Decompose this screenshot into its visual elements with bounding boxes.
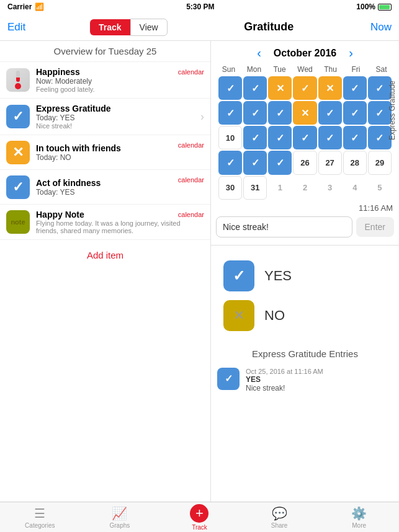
list-item[interactable]: Happiness Now: Moderately Feeling good l… [0, 62, 210, 99]
tracker-note: Flying home today. It was a long journey… [36, 219, 204, 234]
list-item[interactable]: note Happy Note Flying home today. It wa… [0, 205, 210, 240]
right-panel: ‹ October 2016 › Sun Mon Tue Wed Thu Fri… [211, 41, 399, 502]
tracker-sub: Now: Moderately [36, 77, 204, 86]
tracker-sub: Today: YES [36, 188, 204, 197]
note-input-row: Enter [211, 216, 399, 242]
now-button[interactable]: Now [370, 21, 392, 33]
calendar-cell[interactable]: 29 [368, 151, 392, 174]
calendar-cell[interactable]: 27 [318, 151, 342, 174]
note-input[interactable] [216, 216, 352, 237]
day-sat: Sat [369, 65, 394, 74]
express-gratitude-label: Express Gratitude [385, 78, 399, 143]
nav-bar: Edit Track View Gratitude Now [0, 14, 399, 41]
calendar-cell[interactable]: 30 [218, 176, 242, 200]
calendar-cell[interactable]: ✕ [268, 76, 292, 100]
tab-graphs-label: Graphs [109, 522, 130, 529]
calendar-cell[interactable]: ✓ [268, 126, 292, 149]
calendar-cell[interactable]: ✓ [268, 101, 292, 125]
calendar-cell[interactable]: ✓ [293, 126, 316, 149]
calendar-cell[interactable]: 26 [293, 151, 316, 174]
tab-graphs[interactable]: 📈 Graphs [80, 506, 160, 529]
day-fri: Fri [343, 65, 369, 74]
calendar-cell[interactable]: ✕ [293, 101, 316, 125]
calendar-cell[interactable]: ✓ [318, 101, 342, 125]
calendar-cell[interactable]: ✓ [318, 126, 342, 149]
yes-no-section: ✓ YES ✕ NO [211, 248, 399, 344]
entry-date: Oct 25, 2016 at 11:16 AM [246, 368, 323, 375]
calendar-cell[interactable]: ✓ [218, 151, 242, 174]
yes-icon[interactable]: ✓ [223, 260, 254, 291]
more-gear-icon: ⚙️ [351, 506, 367, 521]
entry-item: ✓ Oct 25, 2016 at 11:16 AM YES Nice stre… [217, 364, 393, 396]
calendar-cell[interactable]: 31 [243, 176, 267, 200]
calendar-label: calendar [178, 176, 204, 184]
tab-categories[interactable]: ☰ Categories [0, 506, 80, 529]
calendar-cell[interactable]: 2 [293, 176, 316, 200]
tracker-sub: Today: NO [36, 153, 204, 162]
calendar-label: calendar [178, 68, 204, 76]
day-sun: Sun [216, 65, 241, 74]
entry-icon: ✓ [217, 368, 240, 390]
in-touch-icon: ✕ [6, 141, 30, 164]
calendar-cell[interactable]: ✕ [318, 76, 342, 100]
tab-share[interactable]: 💬 Share [240, 506, 320, 529]
day-mon: Mon [241, 65, 267, 74]
entry-value: YES [246, 375, 323, 384]
graphs-icon: 📈 [112, 506, 127, 521]
entries-title: Express Gratitude Entries [217, 344, 393, 364]
calendar-cell[interactable]: 1 [268, 176, 292, 200]
calendar-cell[interactable]: ✓ [243, 126, 267, 149]
carrier-label: Carrier [7, 2, 32, 11]
calendar-prev-button[interactable]: ‹ [257, 46, 261, 60]
calendar-cell[interactable]: ✓ [268, 151, 292, 174]
calendar-cell[interactable]: ✓ [343, 126, 367, 149]
tab-bar: ☰ Categories 📈 Graphs + Track 💬 Share ⚙️… [0, 502, 399, 532]
calendar-cell[interactable]: ✓ [243, 151, 267, 174]
calendar-cell[interactable]: ✓ [293, 76, 316, 100]
tab-more[interactable]: ⚙️ More [319, 506, 399, 529]
track-plus-icon: + [190, 504, 208, 523]
divider [211, 245, 399, 246]
wifi-icon: 📶 [35, 2, 44, 11]
yes-row: ✓ YES [223, 260, 387, 291]
status-left: Carrier 📶 [7, 2, 44, 11]
list-item[interactable]: ✓ Act of kindness Today: YES calendar [0, 170, 210, 205]
track-button[interactable]: Track [90, 19, 130, 35]
main-content: Overview for Tuesday 25 Happiness Now: M… [0, 41, 399, 502]
add-item-button[interactable]: Add item [0, 240, 210, 270]
calendar-cell[interactable]: ✓ [243, 76, 267, 100]
calendar-label: calendar [178, 211, 204, 218]
tracker-note: Nice streak! [36, 122, 204, 130]
calendar-cell[interactable]: ✓ [343, 101, 367, 125]
categories-icon: ☰ [34, 506, 45, 521]
tab-track-label: Track [192, 524, 207, 531]
calendar-label: calendar [178, 141, 204, 149]
enter-button[interactable]: Enter [356, 217, 394, 237]
page-title: Gratitude [244, 20, 294, 33]
entries-section: Express Gratitude Entries ✓ Oct 25, 2016… [211, 344, 399, 402]
track-view-toggle: Track View [90, 19, 168, 36]
list-item[interactable]: ✕ In touch with friends Today: NO calend… [0, 135, 210, 170]
calendar-cell[interactable]: 28 [343, 151, 367, 174]
calendar-cell[interactable]: ✓ [243, 101, 267, 125]
tracker-name: Express Gratitude [36, 104, 204, 113]
calendar-next-button[interactable]: › [349, 46, 353, 60]
calendar-cell[interactable]: ✓ [218, 76, 242, 100]
entry-note: Nice streak! [246, 384, 323, 392]
edit-button[interactable]: Edit [7, 21, 25, 33]
calendar-cell[interactable]: 10 [218, 126, 242, 149]
tab-track[interactable]: + Track [159, 504, 240, 531]
calendar-cell[interactable]: 5 [368, 176, 392, 200]
calendar-cell[interactable]: 4 [343, 176, 367, 200]
calendar-cell[interactable]: ✓ [343, 76, 367, 100]
tracker-note: Feeling good lately. [36, 86, 204, 93]
list-item[interactable]: ✓ Express Gratitude Today: YES Nice stre… [0, 99, 210, 135]
entry-info: Oct 25, 2016 at 11:16 AM YES Nice streak… [246, 368, 323, 392]
happy-note-icon: note [6, 210, 30, 234]
view-button[interactable]: View [130, 19, 168, 36]
calendar-cell[interactable]: 3 [318, 176, 342, 200]
tab-share-label: Share [271, 522, 288, 529]
share-icon: 💬 [272, 506, 287, 521]
calendar-cell[interactable]: ✓ [218, 101, 242, 125]
no-icon[interactable]: ✕ [223, 300, 254, 331]
